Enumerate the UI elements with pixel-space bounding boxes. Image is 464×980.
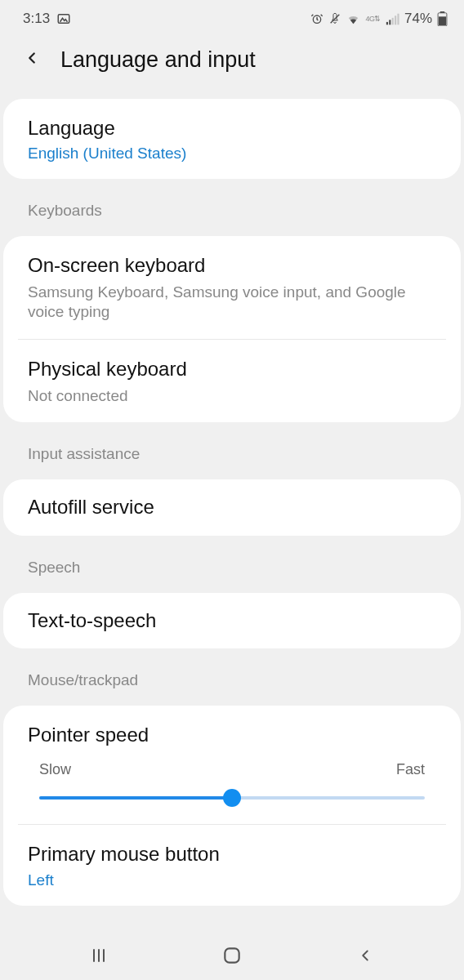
wifi-icon	[346, 12, 360, 26]
status-right: 4G⇅ 74%	[310, 11, 448, 27]
back-button[interactable]	[23, 47, 41, 73]
slider-slow-label: Slow	[39, 761, 71, 778]
keyboards-card: On-screen keyboard Samsung Keyboard, Sam…	[3, 236, 461, 422]
battery-percent: 74%	[404, 11, 432, 27]
section-speech: Speech	[0, 542, 464, 586]
svg-rect-3	[386, 21, 388, 24]
language-title: Language	[28, 115, 436, 141]
mouse-button-value: Left	[28, 871, 436, 889]
mouse-card: Pointer speed Slow Fast Primary mouse bu…	[3, 706, 461, 906]
page-header: Language and input	[0, 33, 464, 92]
battery-icon	[437, 11, 448, 26]
pointer-speed-slider[interactable]	[39, 788, 425, 808]
status-left: 3:13	[23, 11, 71, 27]
section-mouse: Mouse/trackpad	[0, 655, 464, 699]
svg-rect-6	[395, 16, 396, 24]
language-value: English (United States)	[28, 145, 436, 163]
screenshot-icon	[56, 11, 71, 26]
mouse-button-row[interactable]: Primary mouse button Left	[3, 825, 461, 905]
physical-keyboard-sub: Not connected	[28, 386, 436, 407]
section-input-assistance: Input assistance	[0, 429, 464, 473]
status-time: 3:13	[23, 11, 50, 27]
language-card: Language English (United States)	[3, 99, 461, 179]
onscreen-keyboard-sub: Samsung Keyboard, Samsung voice input, a…	[28, 283, 436, 323]
onscreen-keyboard-title: On-screen keyboard	[28, 252, 436, 278]
pointer-speed-title: Pointer speed	[28, 722, 436, 748]
tts-title: Text-to-speech	[28, 608, 436, 634]
mouse-button-title: Primary mouse button	[28, 841, 436, 867]
autofill-card: Autofill service	[3, 479, 461, 535]
onscreen-keyboard-row[interactable]: On-screen keyboard Samsung Keyboard, Sam…	[3, 236, 461, 339]
section-keyboards: Keyboards	[0, 185, 464, 229]
page-title: Language and input	[60, 47, 256, 73]
navigation-bar	[0, 931, 464, 980]
signal-icon	[386, 12, 399, 26]
tts-card: Text-to-speech	[3, 593, 461, 648]
slider-labels: Slow Fast	[28, 761, 436, 778]
back-nav-button[interactable]	[332, 947, 398, 964]
svg-rect-10	[439, 16, 446, 25]
slider-thumb[interactable]	[223, 789, 241, 807]
svg-rect-14	[225, 948, 239, 962]
slider-fast-label: Fast	[396, 761, 425, 778]
svg-line-2	[331, 15, 340, 24]
tts-row[interactable]: Text-to-speech	[3, 593, 461, 648]
pointer-speed-row: Pointer speed Slow Fast	[3, 706, 461, 824]
svg-rect-4	[389, 20, 390, 24]
language-row[interactable]: Language English (United States)	[3, 99, 461, 179]
slider-fill	[39, 796, 232, 800]
svg-rect-7	[397, 13, 399, 24]
svg-rect-5	[392, 17, 394, 24]
data-icon: 4G⇅	[365, 15, 381, 23]
status-bar: 3:13 4G⇅ 74%	[0, 0, 464, 33]
home-button[interactable]	[199, 945, 265, 966]
alarm-icon	[310, 12, 323, 25]
recents-button[interactable]	[66, 946, 132, 965]
autofill-title: Autofill service	[28, 494, 436, 520]
physical-keyboard-title: Physical keyboard	[28, 356, 436, 382]
vibrate-icon	[328, 12, 341, 25]
physical-keyboard-row[interactable]: Physical keyboard Not connected	[3, 340, 461, 422]
autofill-row[interactable]: Autofill service	[3, 479, 461, 535]
